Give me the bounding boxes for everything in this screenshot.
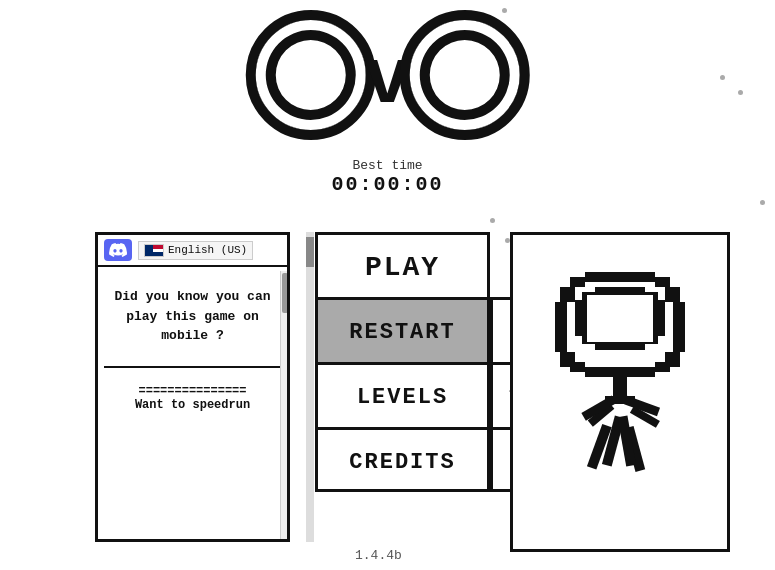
play-button[interactable]: PLAY <box>315 232 490 297</box>
svg-rect-26 <box>653 318 665 336</box>
svg-rect-11 <box>555 302 567 327</box>
left-panel-tip: Did you know you can play this game on m… <box>98 267 287 356</box>
svg-rect-20 <box>595 287 645 295</box>
credits-button[interactable]: CREDITS <box>315 427 490 492</box>
svg-rect-29 <box>595 342 645 350</box>
svg-rect-12 <box>673 302 685 327</box>
svg-rect-17 <box>570 362 585 372</box>
best-time-area: Best time 00:00:00 <box>331 158 443 196</box>
svg-rect-25 <box>575 318 587 336</box>
best-time-label: Best time <box>331 158 443 173</box>
svg-rect-23 <box>575 300 587 318</box>
svg-rect-13 <box>555 327 567 352</box>
discord-icon[interactable] <box>104 239 132 261</box>
version-label: 1.4.4b <box>355 548 402 563</box>
svg-rect-14 <box>673 327 685 352</box>
logo-left-circle <box>245 10 375 140</box>
svg-rect-9 <box>560 287 575 302</box>
svg-rect-18 <box>655 362 670 372</box>
right-character-panel <box>510 232 730 552</box>
levels-button[interactable]: LEVELS <box>315 362 490 427</box>
svg-rect-10 <box>665 287 680 302</box>
svg-rect-30 <box>587 295 653 342</box>
language-selector[interactable]: English (US) <box>138 241 253 260</box>
decorative-dot <box>490 218 495 223</box>
svg-rect-19 <box>585 367 655 377</box>
best-time-value: 00:00:00 <box>331 173 443 196</box>
center-panel: PLAY RESTART LEVELS CREDITS <box>315 232 490 492</box>
svg-rect-31 <box>613 376 627 396</box>
logo-right-circle <box>400 10 530 140</box>
svg-rect-24 <box>653 300 665 318</box>
decorative-dot <box>720 75 725 80</box>
left-panel-divider <box>104 366 281 368</box>
restart-button[interactable]: RESTART <box>315 297 490 362</box>
svg-rect-6 <box>585 272 655 282</box>
scroll-indicator <box>306 232 314 542</box>
scrollbar-thumb <box>282 273 288 313</box>
left-panel-bottom-text: =============== Want to speedrun <box>98 378 287 418</box>
character-display <box>513 235 727 549</box>
decorative-dot <box>738 90 743 95</box>
left-panel-scrollbar[interactable] <box>280 271 288 539</box>
scroll-indicator-bar <box>306 237 314 267</box>
us-flag-icon <box>144 244 164 257</box>
svg-rect-8 <box>655 277 670 287</box>
svg-rect-7 <box>570 277 585 287</box>
decorative-dot <box>760 200 765 205</box>
left-panel: English (US) Did you know you can play t… <box>95 232 290 542</box>
left-panel-header: English (US) <box>98 235 287 267</box>
character-svg <box>530 252 710 532</box>
logo: v <box>245 10 530 140</box>
language-label: English (US) <box>168 244 247 256</box>
speedrun-text: Want to speedrun <box>112 398 273 412</box>
divider-text: =============== <box>112 384 273 398</box>
